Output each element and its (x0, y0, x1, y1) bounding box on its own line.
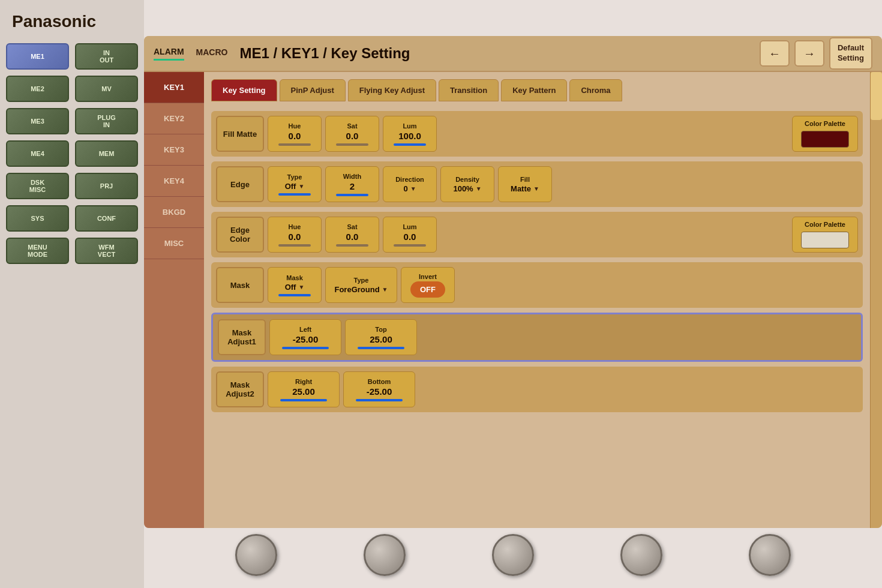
knob-1[interactable] (235, 534, 277, 576)
sidebar: KEY1 KEY2 KEY3 KEY4 BKGD MISC (144, 72, 204, 528)
sidebar-item-misc[interactable]: MISC (144, 228, 204, 259)
edge-density-label: Density (455, 176, 479, 183)
default-setting-button[interactable]: DefaultSetting (829, 37, 872, 70)
edge-fill-label: Fill (520, 176, 530, 183)
hue-label: Hue (289, 122, 301, 130)
knob-3[interactable] (492, 534, 534, 576)
color-palette-label: Color Palette (805, 120, 845, 127)
bottom-value: -25.00 (367, 386, 392, 397)
hw-btn-conf[interactable]: CONF (75, 205, 138, 232)
ec-palette-label: Color Palette (805, 221, 845, 228)
right-bar (280, 399, 327, 401)
hw-btn-in-out[interactable]: INOUT (75, 43, 138, 70)
right-value: 25.00 (292, 386, 315, 397)
sidebar-item-key2[interactable]: KEY2 (144, 103, 204, 134)
edge-width[interactable]: Width 2 (325, 166, 379, 202)
edge-color-label: EdgeColor (216, 217, 264, 253)
ec-lum-bar (394, 244, 426, 247)
hw-btn-prj[interactable]: PRJ (75, 173, 138, 199)
fill-matte-row: Fill Matte Hue 0.0 Sat 0.0 Lum 100.0 (211, 111, 863, 157)
edge-color-hue[interactable]: Hue 0.0 (268, 217, 322, 253)
hw-btn-wfm-vect[interactable]: WFMVECT (75, 238, 138, 264)
tab-transition[interactable]: Transition (439, 79, 499, 101)
tab-flying-key-adjust[interactable]: Flying Key Adjust (348, 79, 436, 101)
prev-arrow-button[interactable]: ← (760, 40, 790, 67)
fill-matte-sat[interactable]: Sat 0.0 (325, 116, 379, 152)
mask-type-value: ForeGround ▼ (334, 285, 388, 294)
edge-type-arrow: ▼ (298, 183, 304, 190)
mask-type-arrow: ▼ (382, 286, 388, 293)
edge-density[interactable]: Density 100% ▼ (440, 166, 494, 202)
lum-label: Lum (403, 122, 416, 130)
left-label: Left (299, 326, 311, 333)
mask-adjust1-top[interactable]: Top 25.00 (345, 319, 417, 355)
edge-direction[interactable]: Direction 0 ▼ (383, 166, 437, 202)
ec-sat-label: Sat (347, 223, 357, 230)
sat-bar (336, 143, 368, 146)
nav-macro[interactable]: MACRO (196, 47, 228, 59)
hue-bar (278, 143, 311, 146)
tab-key-pattern[interactable]: Key Pattern (501, 79, 567, 101)
hw-btn-me3[interactable]: ME3 (6, 108, 69, 134)
sidebar-item-key3[interactable]: KEY3 (144, 134, 204, 166)
fill-matte-color-palette[interactable]: Color Palette (792, 116, 858, 152)
mask-mask-arrow: ▼ (298, 284, 304, 290)
mask-adjust2-bottom[interactable]: Bottom -25.00 (343, 371, 415, 407)
hw-btn-dsk-misc[interactable]: DSKMISC (6, 173, 69, 199)
hw-btn-me1[interactable]: ME1 (6, 43, 69, 70)
sidebar-item-key4[interactable]: KEY4 (144, 166, 204, 197)
edge-row: Edge Type Off ▼ Width 2 Direction (211, 161, 863, 207)
mask-mask[interactable]: Mask Off ▼ (268, 267, 322, 303)
hw-btn-me4[interactable]: ME4 (6, 140, 69, 167)
sidebar-item-bkgd[interactable]: BKGD (144, 197, 204, 228)
edge-fill[interactable]: Fill Matte ▼ (498, 166, 552, 202)
hw-btn-mv[interactable]: MV (75, 76, 138, 102)
edge-color-row: EdgeColor Hue 0.0 Sat 0.0 Lum 0.0 (211, 212, 863, 257)
edge-type[interactable]: Type Off ▼ (268, 166, 322, 202)
brand-logo: Panasonic (12, 12, 96, 31)
hw-btn-plug-in[interactable]: PLUGIN (75, 108, 138, 134)
fill-matte-lum[interactable]: Lum 100.0 (383, 116, 437, 152)
tab-pinp-adjust[interactable]: PinP Adjust (280, 79, 346, 101)
content-area: KEY1 KEY2 KEY3 KEY4 BKGD MISC Key Settin… (144, 72, 882, 528)
next-arrow-button[interactable]: → (794, 40, 824, 67)
sat-value: 0.0 (346, 131, 359, 141)
left-panel: Panasonic ME1 INOUT ME2 MV ME3 PLUGIN ME… (0, 0, 144, 588)
knob-5[interactable] (749, 534, 791, 576)
top-nav: ALARM MACRO (154, 47, 227, 61)
mask-adjust1-row: MaskAdjust1 Left -25.00 Top 25.00 (211, 313, 863, 362)
hw-btn-sys[interactable]: SYS (6, 205, 69, 232)
mask-adjust2-label: MaskAdjust2 (216, 371, 264, 407)
mask-type[interactable]: Type ForeGround ▼ (325, 267, 397, 303)
left-value: -25.00 (293, 334, 319, 344)
tab-chroma[interactable]: Chroma (569, 79, 622, 101)
mask-adjust1-left[interactable]: Left -25.00 (269, 319, 341, 355)
edge-color-sat[interactable]: Sat 0.0 (325, 217, 379, 253)
knob-4[interactable] (620, 534, 662, 576)
nav-alarm[interactable]: ALARM (154, 47, 184, 61)
bottom-bar (356, 399, 403, 401)
fill-matte-hue[interactable]: Hue 0.0 (268, 116, 322, 152)
knob-2[interactable] (364, 534, 406, 576)
hw-btn-me2[interactable]: ME2 (6, 76, 69, 102)
edge-density-arrow: ▼ (476, 185, 482, 192)
edge-density-value: 100% ▼ (453, 184, 481, 193)
fill-matte-label: Fill Matte (216, 116, 264, 152)
edge-type-bar (278, 193, 311, 196)
sidebar-item-key1[interactable]: KEY1 (144, 72, 204, 103)
ec-lum-label: Lum (403, 223, 416, 230)
edge-color-lum[interactable]: Lum 0.0 (383, 217, 437, 253)
top-bar (358, 347, 404, 349)
top-value: 25.00 (370, 334, 392, 344)
edge-fill-value: Matte ▼ (511, 184, 539, 193)
tab-key-setting[interactable]: Key Setting (211, 79, 277, 101)
main-panel: Key Setting PinP Adjust Flying Key Adjus… (204, 72, 870, 528)
hw-btn-mem[interactable]: MEM (75, 140, 138, 167)
mask-adjust2-right[interactable]: Right 25.00 (268, 371, 340, 407)
right-scrollbar[interactable] (870, 72, 882, 528)
mask-invert-toggle[interactable]: OFF (410, 281, 445, 298)
edge-color-palette[interactable]: Color Palette (792, 217, 858, 253)
edge-label: Edge (216, 166, 264, 202)
mask-invert[interactable]: Invert OFF (401, 267, 455, 303)
hw-btn-menu-mode[interactable]: MENUMODE (6, 238, 69, 264)
